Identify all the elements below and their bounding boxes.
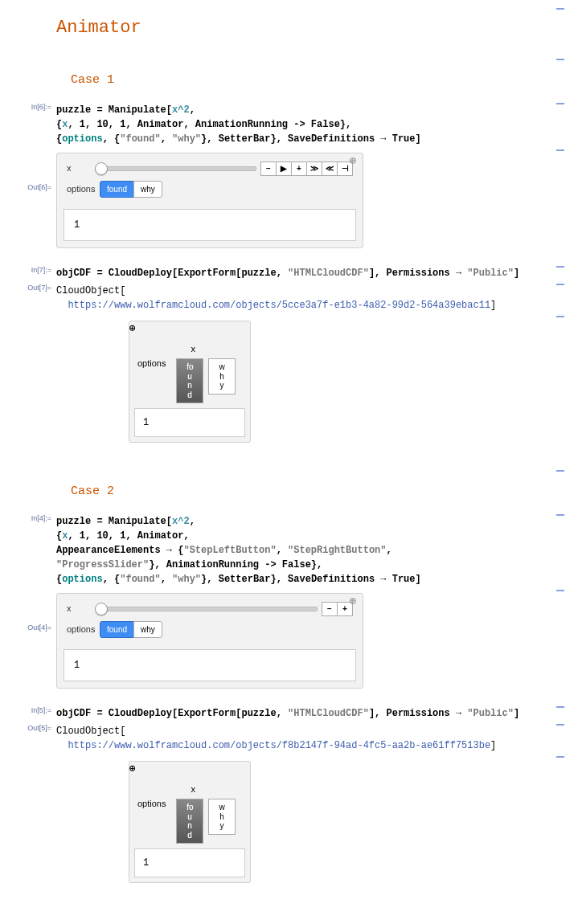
case1-out7-row: Out[7]= CloudObject[ https://www.wolfram… — [16, 284, 566, 313]
case2-title: Case 2 — [71, 483, 551, 501]
setter-bar-2: found why — [100, 621, 162, 638]
slower-button[interactable]: ≪ — [322, 161, 338, 176]
option-why[interactable]: why — [133, 181, 162, 198]
in-label: In[7]:= — [16, 266, 56, 274]
options-row-2: options found why — [67, 621, 353, 638]
option-why[interactable]: why — [133, 621, 162, 638]
case1-heading-row: Case 1 — [16, 59, 566, 100]
out-label: Out[7]= — [16, 284, 56, 292]
setter-bar: found why — [100, 181, 162, 198]
step-left-button[interactable]: − — [260, 161, 277, 176]
cloud-url-2[interactable]: https://www.wolframcloud.com/objects/f8b… — [68, 740, 490, 751]
manipulate-output-2: 1 — [64, 649, 356, 681]
case1-deployed-row: ⊕ x options found why 1 — [16, 316, 566, 452]
faster-button[interactable]: ≫ — [306, 161, 322, 176]
x-slider-row: x − ▶ + ≫ ≪ ⊣ — [67, 161, 353, 176]
case2-deployed-row: ⊕ x options found why 1 — [16, 756, 566, 892]
case1-in7-row: In[7]:= objCDF = CloudDeploy[ExportForm[… — [16, 266, 566, 280]
case2-in4-row: In[4]:= puzzle = Manipulate[x^2, {x, 1, … — [16, 514, 566, 587]
animator-buttons: − ▶ + ≫ ≪ ⊣ — [261, 161, 353, 176]
expand-icon[interactable]: ⊕ — [348, 157, 358, 166]
step-left-button[interactable]: − — [322, 602, 338, 616]
out-label: Out[5]= — [16, 724, 56, 732]
manipulate-panel-2: ⊕ x − + options found why — [56, 593, 363, 689]
options-row: options found why — [67, 181, 353, 198]
x-slider-2[interactable] — [100, 607, 318, 611]
in-label: In[5]:= — [16, 706, 56, 714]
title-row: Animator — [16, 8, 566, 55]
deployed-manipulate-2: ⊕ x options found why 1 — [129, 761, 251, 884]
deployed-option-why-2[interactable]: why — [208, 799, 236, 835]
expand-icon[interactable]: ⊕ — [129, 762, 250, 776]
deployed-option-found-2[interactable]: found — [176, 799, 203, 844]
out-label: Out[6]= — [16, 149, 56, 191]
option-found[interactable]: found — [100, 181, 134, 198]
manipulate-output: 1 — [64, 209, 356, 241]
case2-heading-row: Case 2 — [16, 470, 566, 511]
case2-in5-row: In[5]:= objCDF = CloudDeploy[ExportForm[… — [16, 706, 566, 721]
case1-in6-row: In[6]:= puzzle = Manipulate[x^2, {x, 1, … — [16, 103, 566, 146]
slider-thumb[interactable] — [95, 603, 108, 615]
x-slider-row-2: x − + — [67, 602, 353, 616]
cloud-url[interactable]: https://www.wolframcloud.com/objects/5cc… — [68, 300, 490, 311]
deployed-option-found[interactable]: found — [176, 358, 203, 403]
play-button[interactable]: ▶ — [276, 161, 292, 176]
option-found[interactable]: found — [100, 621, 134, 638]
page-title: Animator — [56, 14, 551, 41]
expand-icon[interactable]: ⊕ — [348, 597, 358, 607]
deployed-output: 1 — [134, 408, 245, 437]
slider-thumb[interactable] — [95, 162, 108, 175]
x-slider[interactable] — [100, 166, 256, 171]
case2-out4-row: Out[4]= ⊕ x − + options foun — [16, 590, 566, 697]
out-label: Out[4]= — [16, 590, 56, 632]
case2-out5-row: Out[5]= CloudObject[ https://www.wolfram… — [16, 724, 566, 753]
deployed-manipulate: ⊕ x options found why 1 — [129, 321, 251, 444]
in-label: In[4]:= — [16, 514, 56, 522]
expand-icon[interactable]: ⊕ — [129, 321, 250, 336]
deployed-option-why[interactable]: why — [208, 358, 236, 395]
deployed-output-2: 1 — [134, 848, 245, 877]
in-label: In[6]:= — [16, 103, 56, 111]
manipulate-panel: ⊕ x − ▶ + ≫ ≪ ⊣ o — [56, 153, 363, 248]
case1-out6-row: Out[6]= ⊕ x − ▶ + ≫ ≪ ⊣ — [16, 149, 566, 256]
case1-title: Case 1 — [71, 72, 551, 90]
step-right-button[interactable]: + — [291, 161, 307, 176]
